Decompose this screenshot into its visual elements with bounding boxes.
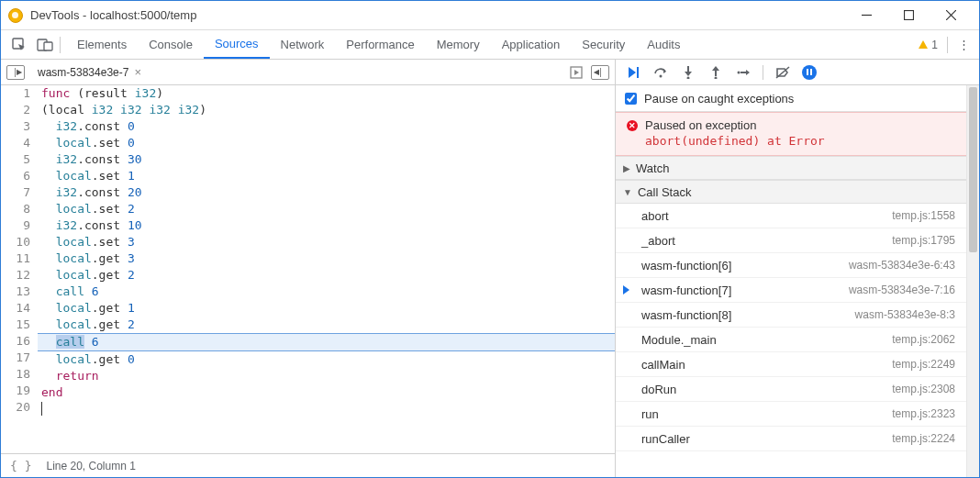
svg-point-13 xyxy=(715,76,718,79)
callstack-frame[interactable]: doRuntemp.js:2308 xyxy=(616,377,966,402)
pause-on-caught-row[interactable]: Pause on caught exceptions xyxy=(616,85,966,111)
svg-rect-8 xyxy=(637,67,639,78)
close-tab-button[interactable]: × xyxy=(134,65,141,79)
devtools-logo-icon xyxy=(8,8,23,23)
tab-audits[interactable]: Audits xyxy=(636,30,691,59)
window-maximize-button[interactable] xyxy=(887,2,930,29)
callstack-frame-name: wasm-function[7] xyxy=(641,283,731,297)
tab-memory[interactable]: Memory xyxy=(426,30,491,59)
code-line[interactable]: i32.const 20 xyxy=(38,184,615,201)
callstack-list: aborttemp.js:1558_aborttemp.js:1795wasm-… xyxy=(616,204,966,451)
code-line[interactable]: return xyxy=(38,368,615,384)
code-line[interactable]: local.get 0 xyxy=(38,351,615,368)
debugger-sidebar-toggle-button[interactable]: ▶ xyxy=(591,65,609,80)
callstack-frame-name: abort xyxy=(641,209,669,223)
callstack-label: Call Stack xyxy=(638,185,692,199)
code-line[interactable]: i32.const 30 xyxy=(38,151,615,168)
tab-application[interactable]: Application xyxy=(491,30,572,59)
code-line[interactable]: call 6 xyxy=(38,283,615,300)
tab-sources[interactable]: Sources xyxy=(204,30,270,59)
svg-point-9 xyxy=(660,74,663,77)
callstack-frame-name: Module._main xyxy=(641,333,717,347)
pretty-print-button[interactable]: { } xyxy=(10,459,31,472)
code-line[interactable]: local.set 0 xyxy=(38,135,615,151)
code-line[interactable]: local.set 1 xyxy=(38,168,615,184)
code-editor[interactable]: 1234567891011121314151617181920 func (re… xyxy=(1,85,615,453)
code-line[interactable]: call 6 xyxy=(38,333,615,351)
code-line[interactable]: local.set 2 xyxy=(38,201,615,217)
editor-statusbar: { } Line 20, Column 1 xyxy=(1,453,615,477)
sidebar-scrollbar[interactable] xyxy=(966,85,979,477)
more-menu-button[interactable]: ⋮ xyxy=(957,38,970,51)
step-over-button[interactable] xyxy=(652,64,669,81)
callstack-frame-name: callMain xyxy=(641,358,685,372)
callstack-frame[interactable]: wasm-function[8]wasm-53834e3e-8:3 xyxy=(616,303,966,328)
callstack-frame-location: wasm-53834e3e-8:3 xyxy=(855,308,955,321)
pause-on-caught-label: Pause on caught exceptions xyxy=(644,92,794,106)
pause-on-caught-checkbox[interactable] xyxy=(625,93,637,105)
callstack-frame-location: temp.js:1558 xyxy=(892,209,955,222)
watch-section-header[interactable]: ▶ Watch xyxy=(616,156,966,180)
code-line[interactable]: (local i32 i32 i32 i32) xyxy=(38,102,615,118)
callstack-frame-location: wasm-53834e3e-7:16 xyxy=(849,283,955,296)
paused-banner-title: Paused on exception xyxy=(645,118,756,132)
code-line[interactable]: local.get 2 xyxy=(38,317,615,333)
pause-on-exceptions-button[interactable] xyxy=(802,65,817,80)
deactivate-breakpoints-button[interactable] xyxy=(774,64,791,81)
window-close-button[interactable] xyxy=(930,2,972,29)
sources-subtoolbar: ▶ wasm-53834e3e-7 × ▶ xyxy=(1,60,615,85)
callstack-frame[interactable]: callMaintemp.js:2249 xyxy=(616,352,966,377)
devtools-tabstrip: ElementsConsoleSourcesNetworkPerformance… xyxy=(1,30,979,60)
step-button[interactable] xyxy=(735,64,752,81)
tab-network[interactable]: Network xyxy=(270,30,336,59)
run-snippet-button[interactable] xyxy=(569,65,584,80)
tab-security[interactable]: Security xyxy=(571,30,636,59)
separator xyxy=(947,37,948,53)
warnings-count[interactable]: 1 xyxy=(918,39,938,51)
callstack-frame-name: doRun xyxy=(641,383,676,396)
svg-rect-10 xyxy=(687,66,689,72)
open-file-tab[interactable]: wasm-53834e3e-7 × xyxy=(30,60,149,85)
device-toolbar-button[interactable] xyxy=(32,32,58,58)
code-line[interactable]: local.get 2 xyxy=(38,267,615,283)
code-line[interactable]: local.get 3 xyxy=(38,250,615,267)
callstack-frame[interactable]: runCallertemp.js:2224 xyxy=(616,427,966,451)
code-line[interactable]: local.set 3 xyxy=(38,234,615,250)
paused-banner-detail: abort(undefined) at Error xyxy=(645,134,957,148)
navigator-toggle-button[interactable]: ▶ xyxy=(6,65,25,80)
callstack-frame[interactable]: wasm-function[6]wasm-53834e3e-6:43 xyxy=(616,253,966,278)
step-into-button[interactable] xyxy=(680,64,696,81)
callstack-frame-location: temp.js:2308 xyxy=(892,383,955,395)
callstack-frame[interactable]: aborttemp.js:1558 xyxy=(616,204,966,228)
callstack-frame-name: wasm-function[8] xyxy=(641,308,731,322)
watch-label: Watch xyxy=(636,161,669,175)
chevron-right-icon: ▶ xyxy=(623,163,630,173)
step-out-button[interactable] xyxy=(707,64,724,81)
callstack-frame[interactable]: Module._maintemp.js:2062 xyxy=(616,328,966,352)
tab-performance[interactable]: Performance xyxy=(335,30,425,59)
callstack-section-header[interactable]: ▼ Call Stack xyxy=(616,180,966,204)
code-line[interactable]: i32.const 10 xyxy=(38,217,615,234)
code-line[interactable]: func (result i32) xyxy=(38,85,615,102)
scrollbar-thumb[interactable] xyxy=(969,87,977,252)
inspect-element-button[interactable] xyxy=(6,32,32,58)
svg-rect-1 xyxy=(904,11,913,20)
svg-rect-12 xyxy=(715,70,717,76)
callstack-frame-name: wasm-function[6] xyxy=(641,259,731,272)
callstack-frame[interactable]: runtemp.js:2323 xyxy=(616,402,966,427)
code-line[interactable]: local.get 1 xyxy=(38,300,615,317)
resume-button[interactable] xyxy=(625,64,641,81)
warnings-count-value: 1 xyxy=(931,39,938,51)
code-content[interactable]: func (result i32)(local i32 i32 i32 i32)… xyxy=(38,85,615,453)
tab-elements[interactable]: Elements xyxy=(66,30,138,59)
tab-console[interactable]: Console xyxy=(138,30,204,59)
svg-point-11 xyxy=(687,76,690,79)
code-line[interactable] xyxy=(38,401,615,417)
callstack-frame-name: run xyxy=(641,407,659,421)
line-gutter[interactable]: 1234567891011121314151617181920 xyxy=(1,85,38,453)
callstack-frame[interactable]: wasm-function[7]wasm-53834e3e-7:16 xyxy=(616,278,966,303)
window-minimize-button[interactable] xyxy=(845,2,887,29)
code-line[interactable]: i32.const 0 xyxy=(38,118,615,135)
callstack-frame[interactable]: _aborttemp.js:1795 xyxy=(616,228,966,253)
code-line[interactable]: end xyxy=(38,384,615,401)
